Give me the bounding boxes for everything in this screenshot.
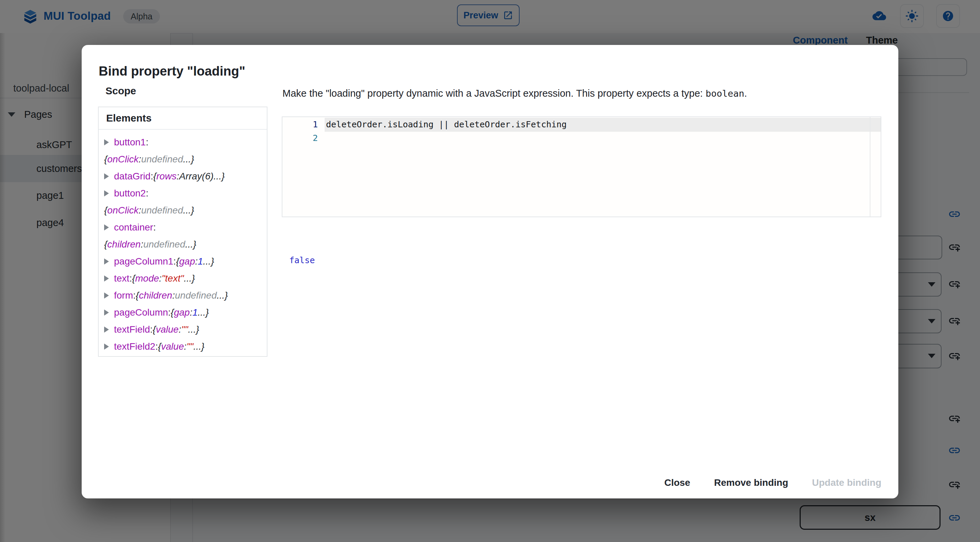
- scope-tree-row[interactable]: button2:: [104, 185, 265, 202]
- tree-token: "": [186, 341, 193, 352]
- expected-type: boolean: [706, 88, 745, 99]
- expand-arrow-icon[interactable]: [104, 276, 109, 282]
- tree-token: children: [139, 290, 172, 301]
- tree-token: :: [172, 290, 175, 301]
- tree-token: :: [138, 154, 141, 165]
- tree-token: :: [146, 137, 148, 148]
- tree-token: {: [153, 171, 156, 182]
- tree-token: ...}: [217, 290, 228, 301]
- tree-token: :: [133, 290, 136, 301]
- tree-token: dataGrid: [114, 171, 150, 182]
- evaluation-result: false: [289, 255, 315, 265]
- tree-token: :: [138, 205, 141, 216]
- tree-token: rows: [156, 171, 177, 182]
- toolpad-editor-screen: MUI Toolpad Alpha Preview: [0, 0, 980, 542]
- tree-token: onClick: [107, 205, 138, 216]
- expand-arrow-icon[interactable]: [104, 327, 109, 333]
- scope-tree-row[interactable]: {onClick: undefined...}: [104, 151, 265, 168]
- scope-label: Scope: [105, 85, 136, 97]
- tree-token: 1: [192, 307, 198, 318]
- tree-token: pageColumn1: [114, 256, 173, 267]
- tree-token: :: [179, 324, 181, 335]
- tree-token: gap: [179, 256, 195, 267]
- tree-token: :: [150, 324, 153, 335]
- line-number: 1: [282, 118, 318, 131]
- tree-token: {: [162, 355, 165, 356]
- tree-token: undefined: [175, 290, 217, 301]
- scope-tree-row[interactable]: {onClick: undefined...}: [104, 202, 265, 219]
- tree-token: "": [190, 355, 197, 356]
- scope-tree-row[interactable]: container:: [104, 219, 265, 236]
- tree-token: :: [146, 188, 148, 199]
- code-content[interactable]: deleteOrder.isLoading || deleteOrder.isF…: [326, 118, 867, 145]
- tree-token: {: [153, 324, 156, 335]
- tree-token: ...}: [214, 171, 225, 182]
- tree-token: {: [171, 307, 174, 318]
- tree-token: :: [140, 239, 143, 250]
- scope-tree-row[interactable]: text: {mode: "text"...}: [104, 270, 265, 287]
- tree-token: ...}: [197, 355, 208, 356]
- tree-token: "text": [162, 273, 184, 284]
- minimap-divider: [870, 117, 870, 217]
- tree-token: textField2: [114, 341, 155, 352]
- remove-binding-button[interactable]: Remove binding: [706, 473, 795, 492]
- close-button[interactable]: Close: [657, 473, 698, 492]
- tree-token: {: [176, 256, 179, 267]
- tree-token: text: [114, 273, 129, 284]
- update-binding-button[interactable]: Update binding: [804, 473, 889, 492]
- scope-tree-row[interactable]: pageColumn: {gap: 1...}: [104, 304, 265, 321]
- bind-property-dialog: Bind property "loading" Scope Elements b…: [82, 45, 898, 499]
- scope-tree-row[interactable]: pageColumn1: {gap: 1...}: [104, 253, 265, 270]
- expression-code-editor[interactable]: 1 2 deleteOrder.isLoading || deleteOrder…: [282, 116, 881, 217]
- tree-token: ...}: [184, 273, 195, 284]
- tree-token: :: [188, 355, 190, 356]
- scope-tree-row[interactable]: datePicker: {value: ""...}: [104, 352, 208, 356]
- tree-token: ...}: [198, 307, 209, 318]
- expand-arrow-icon[interactable]: [104, 344, 109, 350]
- expand-arrow-icon[interactable]: [104, 139, 109, 145]
- scope-elements-panel: Elements button1:{onClick: undefined...}…: [98, 107, 267, 357]
- tree-token: value: [161, 341, 184, 352]
- tree-token: form: [114, 290, 133, 301]
- tree-token: gap: [174, 307, 190, 318]
- tree-token: undefined: [143, 239, 185, 250]
- tree-token: container: [114, 222, 153, 233]
- scope-tree-row[interactable]: button1:: [104, 134, 265, 151]
- tree-token: ...}: [188, 324, 199, 335]
- tree-token: ...}: [183, 205, 194, 216]
- tree-token: button2: [114, 188, 146, 199]
- expand-arrow-icon[interactable]: [104, 309, 109, 316]
- expand-arrow-icon[interactable]: [104, 258, 109, 265]
- tree-token: :: [155, 341, 158, 352]
- scope-tree-row[interactable]: form: {children: undefined...}: [104, 287, 265, 304]
- dialog-title: Bind property "loading": [99, 64, 245, 79]
- tree-token: :: [173, 256, 176, 267]
- tree-token: :: [159, 355, 162, 356]
- expand-arrow-icon[interactable]: [104, 190, 109, 196]
- expand-arrow-icon[interactable]: [104, 173, 109, 179]
- tree-token: Array(6): [179, 171, 213, 182]
- tree-token: value: [156, 324, 179, 335]
- tree-token: button1: [114, 137, 146, 148]
- binding-description: Make the "loading" property dynamic with…: [282, 88, 891, 99]
- tree-token: textField: [114, 324, 150, 335]
- expand-arrow-icon[interactable]: [104, 292, 109, 298]
- tree-token: value: [165, 355, 188, 356]
- tree-token: {: [132, 273, 135, 284]
- elements-header: Elements: [99, 107, 267, 130]
- tree-token: "": [181, 324, 188, 335]
- tree-token: {: [104, 205, 107, 216]
- scope-tree-row[interactable]: dataGrid: {rows: Array(6)...}: [104, 168, 265, 185]
- line-number: 2: [282, 131, 318, 145]
- tree-token: 1: [198, 256, 203, 267]
- tree-token: undefined: [141, 205, 183, 216]
- scope-tree-row[interactable]: textField: {value: ""...}: [104, 321, 265, 338]
- scope-tree-row[interactable]: {children: undefined...}: [104, 236, 265, 253]
- tree-token: datePicker: [114, 355, 159, 356]
- tree-token: undefined: [141, 154, 183, 165]
- tree-token: ...}: [183, 154, 194, 165]
- tree-token: :: [153, 222, 156, 233]
- expand-arrow-icon[interactable]: [104, 224, 109, 231]
- code-line: deleteOrder.isLoading || deleteOrder.isF…: [326, 118, 867, 131]
- tree-token: :: [168, 307, 171, 318]
